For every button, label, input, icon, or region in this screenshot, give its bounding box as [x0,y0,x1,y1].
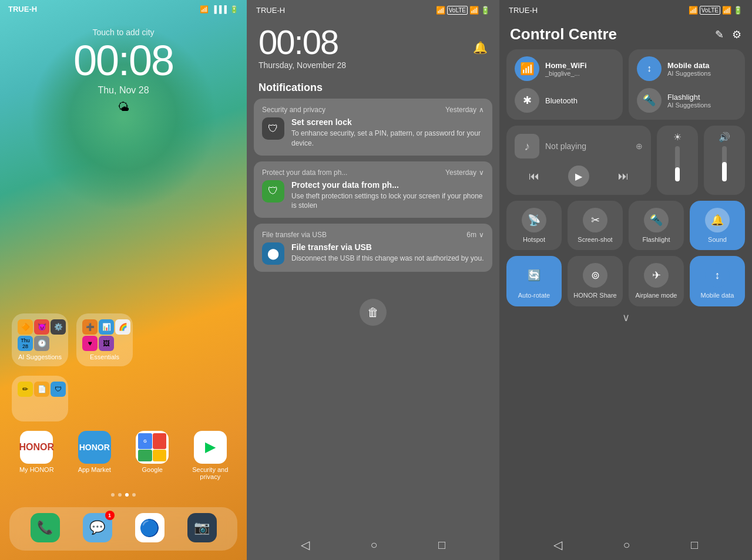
google-app[interactable]: G Google [132,431,173,480]
notif-recents-button[interactable]: □ [438,538,445,552]
notif-icon-1: 🛡 [262,117,284,140]
media-controls: ⏮ ▶ ⏭ [515,166,643,187]
autorotate-toggle[interactable]: 🔄 Auto-rotate [506,256,562,306]
media-tile[interactable]: ♪ Not playing ⊕ ⏮ ▶ ⏭ [506,126,651,195]
wifi-icon: 📶 [515,56,539,81]
brightness-fill [675,167,680,181]
app-icons-row: HONOR My HONOR HONOR App Market G Google [12,431,235,480]
notif-bell-icon[interactable]: 🔔 [473,41,488,55]
notif-card-3-header: File transfer via USB 6m ∨ [262,231,484,239]
hotspot-toggle[interactable]: 📡 Hotspot [506,201,562,250]
notif-card-3[interactable]: File transfer via USB 6m ∨ ⬤ File transf… [254,224,492,272]
media-next-button[interactable]: ⏭ [618,170,629,183]
honor-share-icon: ⊚ [583,263,607,288]
ctrl-title: Control Centre [510,25,617,43]
notif-status-icons: 📶 VoLTE 📶 🔋 [436,6,490,15]
wifi-sub: _bigglive_... [545,70,587,77]
camera-icon: 📷 [187,513,217,542]
media-play-button[interactable]: ▶ [568,166,589,187]
play-store-icon: ▶ [194,431,227,464]
media-extra-icon: ⊕ [636,141,643,151]
mobile-data-toggle[interactable]: ↕ Mobile data [690,256,745,306]
flashlight-label: Flashlight [667,93,711,102]
notif-card-3-body: ⬤ File transfer via USB Disconnect the U… [262,242,484,265]
home-battery-icon: 🔋 [230,5,239,14]
notifications-panel: TRUE-H 📶 VoLTE 📶 🔋 00:08 Thursday, Novem… [247,0,499,560]
office-app-5 [34,398,49,413]
home-date: Thu, Nov 28 [0,85,247,96]
ctrl-header-buttons: ✎ ⚙ [715,28,741,41]
notif-navbar: ◁ ○ □ [247,529,499,560]
ctrl-back-button[interactable]: ◁ [553,538,562,552]
ai-suggestions-folder[interactable]: 🔶 😈 ⚙️ Thu28 🕐 AI Suggestions [12,313,68,366]
essentials-app-1: ➕ [82,319,98,335]
sound-toggle[interactable]: 🔔 Sound [690,201,745,250]
dock-chrome[interactable]: 🔵 [129,513,170,545]
ctrl-row-2: ♪ Not playing ⊕ ⏮ ▶ ⏭ ☀ [506,126,745,195]
notif-time-2: Yesterday ∨ [445,168,484,177]
expand-arrow[interactable]: ∨ [499,306,752,329]
folder-row-2: ✏ 📄 🛡 [12,376,235,421]
notif-card-1-body: 🛡 Set screen lock To enhance security, s… [262,117,484,149]
dock-messages[interactable]: 💬 1 [77,513,118,545]
essentials-app-3: 🌈 [115,319,130,335]
page-dots [0,493,247,497]
media-prev-button[interactable]: ⏮ [529,170,539,183]
flashlight-toggle-icon: 🔦 [644,208,669,232]
media-not-playing-text: Not playing [545,141,586,151]
folder-app-6 [51,336,66,351]
messages-badge: 1 [105,511,115,520]
notif-time-1: Yesterday ∧ [445,106,484,114]
autorotate-label: Auto-rotate [518,291,550,299]
media-status-row: ♪ Not playing ⊕ [515,134,643,158]
notif-card-2[interactable]: Protect your data from ph... Yesterday ∨… [254,161,492,218]
notif-card-1[interactable]: Security and privacy Yesterday ∧ 🛡 Set s… [254,99,492,156]
my-honor-app[interactable]: HONOR My HONOR [16,431,57,480]
home-wifi-icon: 📶 [200,5,209,14]
ctrl-edit-icon[interactable]: ✎ [715,28,724,41]
ctrl-status-icons: 📶 VoLTE 📶 🔋 [689,6,743,15]
brightness-tile[interactable]: ☀ [657,126,698,195]
ctrl-settings-icon[interactable]: ⚙ [732,28,741,41]
office-folder-grid: ✏ 📄 🛡 [18,382,62,413]
folder-app-1: 🔶 [18,319,33,335]
honor-share-toggle[interactable]: ⊚ HONOR Share [568,256,623,306]
wifi-bluetooth-tile[interactable]: 📶 Home_WiFi _bigglive_... ✱ Bluetooth [506,49,623,120]
flashlight-info: Flashlight AI Suggestions [667,93,711,109]
essentials-folder[interactable]: ➕ 📊 🌈 ♥ 🖼 Essentials [76,313,133,366]
ctrl-home-button[interactable]: ○ [623,538,630,552]
folder1-label: AI Suggestions [18,353,62,360]
volume-tile[interactable]: 🔊 [704,126,745,195]
flashlight-toggle[interactable]: 🔦 Flashlight [629,201,684,250]
flashlight-row: 🔦 Flashlight AI Suggestions [637,88,737,113]
notif-home-button[interactable]: ○ [370,538,377,552]
home-carrier: TRUE-H [8,5,37,14]
home-dock: 📞 💬 1 🔵 📷 [9,507,237,551]
play-store-app[interactable]: ▶ Security and privacy [190,431,231,480]
bluetooth-row: ✱ Bluetooth [515,88,615,113]
mobile-flashlight-tile[interactable]: ↕ Mobile data AI Suggestions 🔦 Flashligh… [629,49,745,120]
notif-back-button[interactable]: ◁ [301,538,310,552]
dock-camera[interactable]: 📷 [182,513,223,545]
volume-fill [722,162,727,181]
notif-time-area: 00:08 Thursday, November 28 🔔 [247,18,499,75]
dot-4 [132,493,136,497]
ctrl-recents-button[interactable]: □ [691,538,698,552]
clear-notifications-button[interactable]: 🗑 [360,299,387,326]
notif-icon-2: 🛡 [262,180,284,203]
mobile-data-label: Mobile data [667,61,711,70]
control-centre-panel: TRUE-H 📶 VoLTE 📶 🔋 Control Centre ✎ ⚙ 📶 … [499,0,752,560]
home-status-icons: 📶 ▐▐▐ 🔋 [200,5,239,14]
airplane-toggle[interactable]: ✈ Airplane mode [629,256,684,306]
app-market-app[interactable]: HONOR App Market [74,431,115,480]
volume-icon: 🔊 [719,131,730,143]
app-market-label: App Market [74,466,115,473]
notif-expand-2: ∨ [479,168,484,177]
screenshot-toggle[interactable]: ✂ Screen-shot [568,201,623,250]
notif-icon-3: ⬤ [262,242,284,265]
flashlight-toggle-label: Flashlight [642,236,670,243]
notif-card-1-header: Security and privacy Yesterday ∧ [262,106,484,114]
essentials-app-6 [115,336,130,351]
dock-phone[interactable]: 📞 [25,513,66,545]
office-folder[interactable]: ✏ 📄 🛡 [12,376,68,421]
